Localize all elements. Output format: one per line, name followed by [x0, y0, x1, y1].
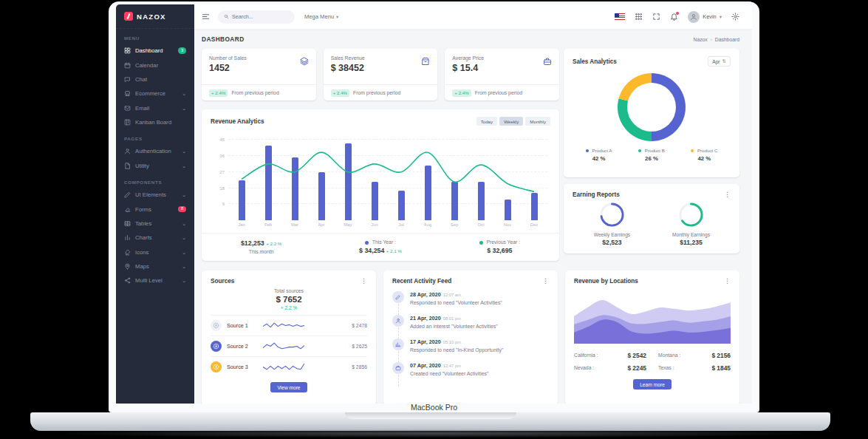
apps-grid-icon[interactable]: [635, 13, 643, 21]
search-input[interactable]: [232, 13, 290, 20]
sidebar-item[interactable]: Tables ⌄: [116, 217, 194, 231]
breadcrumb-separator-icon: ›: [711, 37, 712, 41]
sales-analytics-card: Sales Analytics Apr ⇅: [564, 49, 739, 177]
laptop-base: [30, 412, 830, 431]
calendar-icon: [124, 62, 131, 69]
legend-item: Product C 42 %: [678, 148, 731, 162]
search-input-wrap[interactable]: [218, 10, 295, 24]
legend-dot-icon: [586, 149, 589, 152]
this-year-label: This Year :: [372, 239, 396, 245]
sidebar-item[interactable]: Charts ⌄: [116, 231, 194, 245]
chevron-down-icon: ▾: [336, 14, 338, 20]
sources-card: Sources ⋮ Total sources $ 7652 + 2.2 %: [202, 270, 376, 404]
sidebar-badge: 8: [178, 206, 186, 213]
view-more-button[interactable]: View more: [270, 382, 307, 392]
tools-icon: [392, 362, 404, 374]
month-label: This month: [202, 249, 321, 254]
notifications-bell-icon[interactable]: [670, 13, 678, 21]
sidebar-item[interactable]: Forms 8: [116, 202, 194, 216]
page-title: DASHBOARD: [202, 35, 245, 43]
donut-legend: Product A 42 % Product B: [573, 148, 731, 162]
recent-activity-card: Recent Activity Feed ⋮ 28 Apr, 202: [383, 270, 558, 404]
total-sources-value: $ 7652: [211, 295, 367, 304]
app-logo[interactable]: NAZOX: [116, 4, 194, 29]
this-year-dot-icon: [365, 241, 369, 245]
kanban-icon: [124, 119, 131, 126]
location-stat: Texas : $ 1845: [658, 361, 731, 374]
location-stat: Nevada : $ 2245: [574, 361, 646, 374]
sidebar-item[interactable]: Authentication ⌄: [116, 144, 194, 158]
sidebar-item[interactable]: UI Elements ⌄: [116, 188, 194, 202]
chart-range-tab[interactable]: Weekly: [499, 117, 523, 126]
month-select[interactable]: Apr ⇅: [708, 56, 731, 67]
laptop-shadow: [66, 429, 802, 438]
radial-progress-chart: [678, 202, 704, 228]
search-icon: [224, 14, 229, 19]
kebab-menu-icon[interactable]: ⋮: [360, 278, 367, 285]
sidebar-item[interactable]: Multi Level ⌄: [116, 273, 194, 287]
mega-menu-button[interactable]: Mega Menu ▾: [304, 13, 338, 20]
brush-icon: [124, 249, 131, 256]
chart-range-tab[interactable]: Monthly: [525, 117, 550, 126]
store-icon: [124, 90, 131, 97]
sidebar-item[interactable]: Dashboard 3: [116, 44, 194, 58]
sources-title: Sources: [211, 278, 234, 285]
menu-toggle-icon[interactable]: [202, 13, 210, 21]
stat-card: Sales Revenue $ 38452 + 2.4% From previo…: [324, 49, 438, 101]
file-icon: [124, 163, 131, 169]
chevron-down-icon: ⌄: [182, 221, 186, 226]
source-row[interactable]: Source 1 $ 2478: [211, 315, 367, 336]
prev-year-label: Previous Year :: [486, 239, 520, 245]
archive-icon: [421, 57, 430, 66]
sidebar-components-list: UI Elements ⌄ Forms 8: [116, 188, 194, 288]
earning-items: Weekly Earnings $2,523: [573, 202, 731, 246]
kebab-menu-icon[interactable]: ⋮: [724, 191, 731, 198]
earning-reports-card: Earning Reports ⋮: [564, 184, 739, 253]
user-menu[interactable]: Kevin ▾: [688, 11, 722, 23]
sidebar: NAZOX MENU Dashboard 3: [116, 4, 194, 404]
coin-icon: [213, 343, 219, 350]
user-avatar: [688, 11, 700, 23]
revenue-analytics-title: Revenue Analytics: [211, 118, 264, 125]
topbar: Mega Menu ▾: [194, 4, 752, 29]
kebab-menu-icon[interactable]: ⋮: [542, 278, 549, 285]
chart-range-tab[interactable]: Today: [476, 117, 498, 126]
sidebar-item[interactable]: Email ⌄: [116, 101, 194, 115]
chevron-down-icon: ⌄: [182, 250, 186, 255]
sidebar-item[interactable]: Utility ⌄: [116, 159, 194, 173]
chart-range-tabs: Today Weekly Monthly: [476, 117, 550, 126]
sidebar-item[interactable]: Maps ⌄: [116, 259, 194, 273]
breadcrumb-home[interactable]: Nazox: [693, 37, 707, 42]
sales-analytics-title: Sales Analytics: [573, 58, 617, 65]
sidebar-item[interactable]: Chat: [116, 72, 194, 86]
revenue-bar-line-chart: 453627189: [228, 135, 547, 220]
kebab-menu-icon[interactable]: ⋮: [724, 278, 731, 285]
breadcrumb-current: Dashboard: [715, 37, 739, 42]
total-sources-delta: + 2.2 %: [211, 305, 367, 310]
legend-dot-icon: [638, 149, 641, 152]
language-flag-icon[interactable]: [615, 13, 625, 20]
sidebar-item[interactable]: Calendar: [116, 58, 194, 72]
share-icon: [124, 277, 131, 284]
dashboard-screen: NAZOX MENU Dashboard 3: [116, 4, 752, 404]
prev-year-value: $ 32,695: [440, 247, 559, 254]
activity-item: 17 Apr, 202005:10 pm Responded to need "…: [392, 338, 549, 362]
chevron-down-icon: ⌄: [182, 106, 186, 111]
settings-gear-icon[interactable]: [731, 13, 739, 21]
source-row[interactable]: Source 2 $ 2625: [211, 336, 367, 356]
learn-more-button[interactable]: Learn more: [633, 379, 671, 389]
sidebar-item[interactable]: Ecommerce ⌄: [116, 86, 194, 101]
trend-badge: + 2.4%: [331, 89, 349, 97]
fullscreen-icon[interactable]: [652, 13, 660, 21]
chevron-down-icon: ▾: [720, 14, 722, 20]
source-row[interactable]: Source 3 $ 2856: [211, 356, 367, 377]
recent-activity-title: Recent Activity Feed: [392, 278, 451, 285]
sources-list: Source 1 $ 2478: [211, 315, 367, 377]
trend-badge: + 2.4%: [452, 89, 471, 97]
select-arrows-icon: ⇅: [722, 58, 726, 64]
revenue-chart-x-axis: JanFebMarAprMayJunJulAugSepOctNovDec: [228, 222, 547, 227]
sidebar-item[interactable]: Icons ⌄: [116, 245, 194, 259]
activity-feed-list: 28 Apr, 202012:07 am Responded to need "…: [392, 291, 549, 386]
sidebar-item[interactable]: Kanban Board: [116, 115, 194, 129]
legend-item: Product A 42 %: [573, 148, 625, 162]
